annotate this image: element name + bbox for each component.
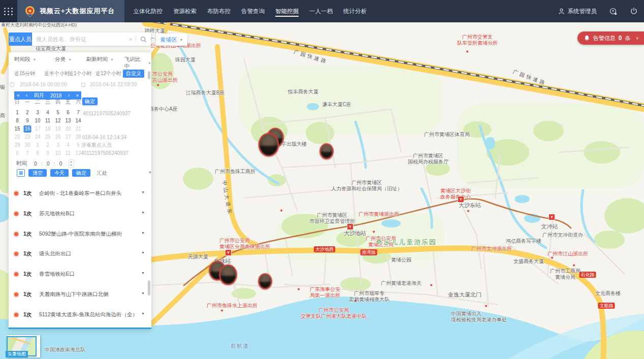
filter-3[interactable]: 刷新时间▼ bbox=[86, 56, 114, 63]
cal-day-7[interactable]: 7 bbox=[75, 109, 82, 116]
cal-day-1[interactable]: 1 bbox=[14, 109, 21, 116]
cal-day-14[interactable]: 14 bbox=[75, 117, 82, 124]
logout-button[interactable] bbox=[630, 7, 638, 15]
cal-day-2[interactable]: 2 bbox=[44, 142, 52, 149]
nav-item-2[interactable]: 资源检索 bbox=[173, 0, 197, 22]
chevron-down-icon[interactable]: ▼ bbox=[141, 312, 145, 315]
alert-badge[interactable]: 告警信息 0 条 ∨ bbox=[577, 31, 644, 45]
cal-day-19[interactable]: 19 bbox=[54, 125, 62, 133]
cal-day-12[interactable]: 12 bbox=[54, 117, 62, 124]
cal-day-8[interactable]: 8 bbox=[34, 150, 42, 157]
time-value-2[interactable]: 0 bbox=[46, 161, 51, 167]
preset-2[interactable]: 近半个小时 bbox=[44, 70, 70, 78]
cal-day-4[interactable]: 4 bbox=[44, 109, 52, 116]
cal-day-25[interactable]: 25 bbox=[44, 134, 52, 141]
list-item[interactable]: 1次香雪地铁站E口▼ bbox=[9, 265, 151, 284]
cal-day-11[interactable]: 11 bbox=[44, 117, 52, 124]
apps-grid-icon[interactable] bbox=[0, 0, 17, 22]
cal-day-4[interactable]: 4 bbox=[65, 142, 72, 149]
search-icon[interactable] bbox=[136, 36, 151, 43]
cal-day-8[interactable]: 8 bbox=[14, 117, 21, 124]
clear-icon[interactable]: × bbox=[125, 36, 136, 43]
list-item[interactable]: 1次5112黄埔大道东-鱼珠总站向海边街（全）▼ bbox=[9, 305, 151, 324]
chevron-down-icon[interactable]: ▼ bbox=[141, 291, 145, 295]
user-menu[interactable]: 系统管理员 bbox=[558, 8, 597, 15]
cal-day-29[interactable]: 29 bbox=[14, 142, 21, 149]
cal-day-10[interactable]: 10 bbox=[34, 117, 42, 124]
security-settings-button[interactable] bbox=[609, 7, 618, 16]
cal-day-23[interactable]: 23 bbox=[24, 134, 31, 141]
time-value-3[interactable]: 0 bbox=[58, 161, 63, 167]
nav-item-5[interactable]: 智能挖掘 bbox=[275, 0, 299, 22]
preset-3[interactable]: 近1个小时 bbox=[69, 70, 92, 78]
cal-day-3[interactable]: 3 bbox=[34, 109, 42, 116]
preset-4[interactable]: 近12个小时 bbox=[95, 70, 121, 78]
next-year-icon[interactable]: » bbox=[76, 92, 79, 99]
cal-day-18[interactable]: 18 bbox=[44, 125, 52, 133]
confirm-button[interactable]: 确定 bbox=[72, 169, 90, 177]
cal-day-20[interactable]: 20 bbox=[65, 125, 72, 133]
chevron-down-icon[interactable]: ▼ bbox=[148, 171, 152, 174]
filter-4[interactable]: 飞识比中▼ bbox=[124, 56, 151, 70]
filter-1[interactable]: 时间段▼ bbox=[14, 56, 36, 63]
preset-1[interactable]: 近15分钟 bbox=[14, 70, 35, 78]
cal-day-7[interactable]: 7 bbox=[24, 150, 31, 157]
prev-month-icon[interactable]: ‹ bbox=[26, 92, 27, 99]
cal-day-16[interactable]: 16 bbox=[24, 125, 31, 133]
cal-day-15[interactable]: 15 bbox=[14, 125, 21, 133]
cal-day-26[interactable]: 26 bbox=[54, 134, 62, 141]
chevron-down-icon[interactable]: ▼ bbox=[141, 251, 145, 254]
preset-5[interactable]: 自定义 bbox=[123, 70, 144, 78]
cal-day-21[interactable]: 21 bbox=[75, 125, 82, 133]
cal-day-28[interactable]: 28 bbox=[75, 134, 82, 141]
cal-day-27[interactable]: 27 bbox=[65, 134, 72, 141]
list-item[interactable]: 1次天麓南路与山下中路路口北侧▼ bbox=[9, 285, 151, 304]
cal-day-10[interactable]: 10 bbox=[54, 150, 62, 157]
cal-day-3[interactable]: 3 bbox=[54, 142, 62, 149]
cal-day-2[interactable]: 2 bbox=[24, 109, 31, 116]
cal-day-22[interactable]: 22 bbox=[14, 134, 21, 141]
date-from[interactable]: 2018-04-16 00:00:00 bbox=[20, 82, 67, 87]
cal-day-13[interactable]: 13 bbox=[65, 117, 72, 124]
time-stepper[interactable]: ▲▼ bbox=[69, 159, 74, 168]
next-month-icon[interactable]: › bbox=[68, 92, 70, 99]
key-personnel-button[interactable]: 重点人员 bbox=[9, 32, 32, 46]
person-marker[interactable] bbox=[219, 265, 237, 285]
cal-day-6[interactable]: 6 bbox=[65, 109, 72, 116]
person-marker[interactable] bbox=[259, 133, 279, 156]
filter-2[interactable]: 分类▼ bbox=[55, 56, 72, 63]
cal-day-24[interactable]: 24 bbox=[34, 134, 42, 141]
today-button[interactable]: 今天 bbox=[50, 169, 69, 177]
chevron-down-icon[interactable]: ▼ bbox=[141, 231, 145, 235]
cal-day-11[interactable]: 11 bbox=[65, 150, 72, 157]
calendar-checkbox-icon[interactable] bbox=[81, 83, 85, 87]
nav-item-7[interactable]: 统计分析 bbox=[343, 0, 367, 22]
person-marker[interactable] bbox=[320, 144, 334, 159]
cal-day-9[interactable]: 9 bbox=[24, 117, 31, 124]
nav-item-3[interactable]: 布防布控 bbox=[207, 0, 231, 22]
nav-item-4[interactable]: 告警查询 bbox=[241, 0, 265, 22]
list-item[interactable]: 1次塘头北街出口▼ bbox=[9, 244, 151, 264]
scrollbar-thumb[interactable] bbox=[148, 280, 150, 296]
calendar-icon[interactable]: ▦ bbox=[17, 169, 25, 177]
cal-day-1[interactable]: 1 bbox=[34, 142, 42, 149]
chevron-down-icon[interactable]: ▼ bbox=[141, 211, 145, 214]
calendar-checkbox-icon[interactable] bbox=[10, 83, 14, 87]
list-item[interactable]: 1次苏元地铁站B口▼ bbox=[9, 204, 151, 223]
nav-item-1[interactable]: 立体化防控 bbox=[134, 0, 163, 22]
chevron-down-icon[interactable]: ▼ bbox=[141, 271, 145, 275]
district-select[interactable]: 黄埔区 ▼ bbox=[156, 34, 187, 46]
person-marker[interactable] bbox=[259, 274, 272, 289]
nav-item-6[interactable]: 一人一档 bbox=[309, 0, 333, 22]
chevron-down-icon[interactable]: ▼ bbox=[141, 190, 145, 194]
calendar-confirm-button[interactable]: 确定 bbox=[82, 97, 98, 105]
cal-day-30[interactable]: 30 bbox=[24, 142, 31, 149]
cal-day-17[interactable]: 17 bbox=[34, 125, 42, 133]
time-value-1[interactable]: 0 bbox=[33, 161, 38, 167]
search-input[interactable] bbox=[32, 36, 125, 42]
cal-day-6[interactable]: 6 bbox=[14, 150, 21, 157]
clear-button[interactable]: 清空 bbox=[28, 169, 47, 177]
cal-day-5[interactable]: 5 bbox=[54, 109, 62, 116]
prev-year-icon[interactable]: « bbox=[17, 92, 20, 99]
cal-day-9[interactable]: 9 bbox=[44, 150, 52, 157]
